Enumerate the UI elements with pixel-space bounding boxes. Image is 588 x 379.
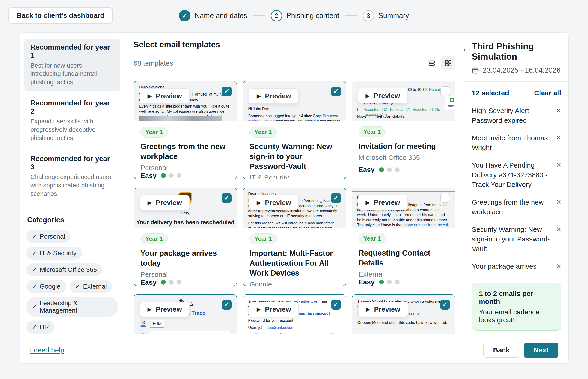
cadence-info-box: 1 to 2 emails per month Your email caden… <box>472 283 561 331</box>
preview-button[interactable]: ▶Preview <box>140 88 190 104</box>
tab-invitation-details: Invitation details <box>374 114 404 119</box>
preview-label: Preview <box>265 305 291 313</box>
step-phishing-content[interactable]: 2 Phishing content <box>271 10 339 21</box>
step-label: Summary <box>378 12 409 20</box>
template-card-security-warning[interactable]: Hi John Doe, Someone has logged into you… <box>243 81 346 179</box>
preview-label: Preview <box>156 92 182 100</box>
chat-bubble: Hello! <box>150 320 164 328</box>
preview-label: Preview <box>265 92 291 100</box>
chip-label: External <box>83 283 107 290</box>
preview-button[interactable]: ▶Preview <box>249 88 299 104</box>
clear-all-button[interactable]: Clear all <box>534 89 561 97</box>
remove-item-button[interactable]: × <box>556 160 561 170</box>
difficulty-dot <box>177 280 181 284</box>
check-icon: ✓ <box>32 324 37 331</box>
chip-hr[interactable]: ✓HR <box>26 321 54 333</box>
selected-item: High-Severity Alert - Password expired× <box>472 102 561 129</box>
preview-button[interactable]: ▶Preview <box>249 302 299 317</box>
template-title: Important: Multi-Factor Authentication F… <box>250 248 339 278</box>
card-body: Year 1 Security Warning: New sign-in to … <box>243 121 346 179</box>
step-divider <box>345 16 357 16</box>
remove-item-button[interactable]: × <box>556 262 561 271</box>
year-badge: Year 1 <box>140 233 168 244</box>
next-button[interactable]: Next <box>524 343 558 358</box>
check-icon: ✓ <box>75 283 80 290</box>
template-checkbox-checked[interactable]: ✓ <box>440 300 450 310</box>
template-title: Security Warning: New sign-in to your Pa… <box>250 142 339 172</box>
recommendation-title: Recommended for year 2 <box>30 99 114 116</box>
email-preview-thumbnail: Hi John Doe, Someone has logged into you… <box>243 81 346 121</box>
step-label: Phishing content <box>286 12 339 20</box>
recommended-year-3[interactable]: Recommended for year 3 Challenge experie… <box>24 150 120 203</box>
email-preview-thumbnail: Hello everyone, Wrote you to get in touc… <box>134 81 236 121</box>
chat-bubble: Welcome to the interactive management sy… <box>150 331 230 334</box>
preview-button[interactable]: ▶Preview <box>358 302 408 317</box>
preview-label: Preview <box>265 199 291 206</box>
chip-google[interactable]: ✓Google <box>26 280 66 293</box>
preview-button[interactable]: ▶Preview <box>358 195 408 210</box>
template-checkbox-unchecked[interactable] <box>441 86 450 96</box>
remove-item-button[interactable]: × <box>556 225 561 234</box>
remove-item-button[interactable]: × <box>556 106 561 115</box>
back-button[interactable]: Back <box>483 343 519 358</box>
remove-item-button[interactable]: × <box>556 133 561 142</box>
preview-button[interactable]: ▶Preview <box>249 195 299 210</box>
email-tabs: NewsInvitation details <box>357 114 404 119</box>
template-category: Personal <box>140 164 230 172</box>
chip-microsoft-office-365[interactable]: ✓Microsoft Office 365 <box>26 263 102 276</box>
template-browser: Select email templates 68 templates Hell <box>125 32 464 336</box>
template-card-mfa[interactable]: Dear colleagues, In the past, our compan… <box>243 188 346 286</box>
difficulty-dot-active <box>379 280 384 284</box>
template-card-delivery[interactable]: usps Hello, Your delivery has been resch… <box>133 188 237 286</box>
chip-external[interactable]: ✓External <box>70 280 112 293</box>
template-grid: Hello everyone, Wrote you to get in touc… <box>133 81 456 334</box>
template-card-meeting-invitation[interactable]: 09:30 to 10:30No conflicts Teams Meeting… <box>352 81 456 179</box>
template-checkbox-checked[interactable]: ✓ <box>222 87 232 96</box>
preview-button[interactable]: ▶Preview <box>358 88 408 103</box>
collapse-panel-button[interactable]: › <box>464 45 470 55</box>
template-title: Greetings from the new workplace <box>140 142 230 162</box>
template-checkbox-checked[interactable]: ✓ <box>331 193 341 203</box>
attendees-icon <box>357 108 361 112</box>
step-name-and-dates[interactable]: ✓ Name and dates <box>179 10 247 21</box>
template-card-greetings[interactable]: Hello everyone, Wrote you to get in touc… <box>133 81 237 179</box>
template-checkbox-checked[interactable]: ✓ <box>222 300 232 310</box>
chip-personal[interactable]: ✓Personal <box>26 230 71 243</box>
preview-button[interactable]: ▶Preview <box>140 195 190 210</box>
card-body: Year 1 Invitation for meeting Microsoft … <box>352 121 455 179</box>
template-card-meet-invite[interactable]: Thomas Wright has invited you to join a … <box>352 294 456 334</box>
selected-item-label: Security Warning: New sign-in to your Pa… <box>472 225 556 254</box>
selected-item: Meet invite from Thomas Wright× <box>472 129 561 157</box>
template-card-track-and-trace[interactable]: Track and Trace Hello! Welcome to the in… <box>133 294 237 334</box>
chip-leadership-management[interactable]: ✓Leadership & Management <box>26 297 118 317</box>
help-link[interactable]: I need help <box>30 346 64 354</box>
preview-label: Preview <box>374 92 400 100</box>
selected-templates-list: High-Severity Alert - Password expired× … <box>472 102 561 271</box>
recommended-year-2[interactable]: Recommended for year 2 Expand user skill… <box>24 95 120 147</box>
email-link: john.doe@anker.com <box>258 325 294 330</box>
top-bar: Back to client's dashboard ✓ Name and da… <box>0 0 588 32</box>
template-checkbox-checked[interactable]: ✓ <box>331 87 341 96</box>
email-headline: Your delivery has been rescheduled <box>136 219 235 226</box>
step-summary[interactable]: 3 Summary <box>363 10 409 21</box>
wizard-footer: I need help Back Next <box>20 336 568 363</box>
remove-item-button[interactable]: × <box>556 197 561 206</box>
list-view-button[interactable] <box>425 56 439 70</box>
email-text: Hello, <box>181 211 190 215</box>
chip-it-security[interactable]: ✓IT & Security <box>26 247 82 260</box>
template-checkbox-unchecked[interactable] <box>441 193 450 203</box>
difficulty-dot <box>395 280 400 284</box>
support-agent-avatar <box>139 320 147 328</box>
template-card-contact-details[interactable]: Dear Sir or Madam, I am looking for one … <box>352 188 456 286</box>
selected-item-label: You Have A Pending Delivery #371-3273880… <box>472 160 556 190</box>
selected-item-label: High-Severity Alert - Password expired <box>472 106 556 125</box>
template-card-password-expired[interactable]: Your password to john.doe@anker.com has … <box>243 294 346 334</box>
check-icon: ✓ <box>32 233 37 240</box>
preview-button[interactable]: ▶Preview <box>140 302 190 317</box>
difficulty-dot <box>387 280 392 284</box>
template-checkbox-checked[interactable]: ✓ <box>222 193 232 203</box>
email-preview-thumbnail: Dear Sir or Madam, I am looking for one … <box>352 188 455 228</box>
template-checkbox-checked[interactable]: ✓ <box>331 300 341 310</box>
recommended-year-1[interactable]: Recommended for year 1 Best for new user… <box>24 39 120 91</box>
grid-view-button[interactable] <box>441 56 456 70</box>
